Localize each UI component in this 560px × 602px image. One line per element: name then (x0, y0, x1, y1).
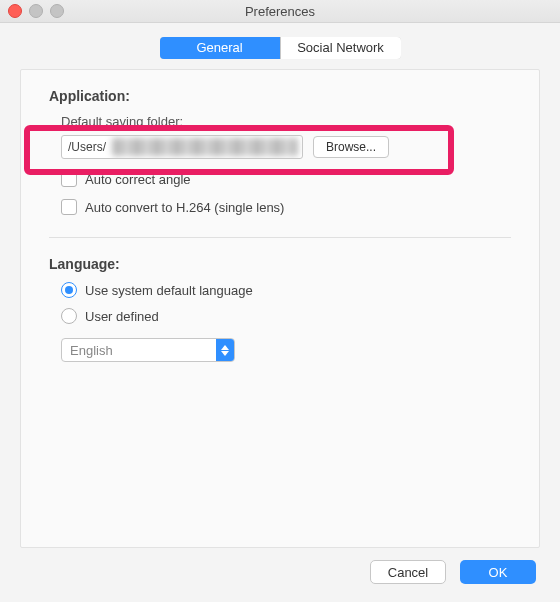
user-defined-radio[interactable] (61, 308, 77, 324)
dialog-footer: Cancel OK (0, 560, 560, 602)
tab-general[interactable]: General (160, 37, 280, 59)
dropdown-stepper-icon (216, 339, 234, 361)
window-title: Preferences (245, 4, 315, 19)
system-default-radio[interactable] (61, 282, 77, 298)
zoom-icon[interactable] (50, 4, 64, 18)
auto-correct-checkbox[interactable] (61, 171, 77, 187)
cancel-button[interactable]: Cancel (370, 560, 446, 584)
system-default-label: Use system default language (85, 283, 253, 298)
language-dropdown-value: English (62, 343, 216, 358)
window-controls (8, 4, 64, 18)
preferences-window: Preferences General Social Network Appli… (0, 0, 560, 602)
minimize-icon[interactable] (29, 4, 43, 18)
auto-convert-checkbox[interactable] (61, 199, 77, 215)
saving-folder-row: /Users/ Browse... (61, 135, 511, 159)
saving-folder-path: /Users/ (68, 140, 106, 154)
browse-button[interactable]: Browse... (313, 136, 389, 158)
language-heading: Language: (49, 256, 511, 272)
user-defined-label: User defined (85, 309, 159, 324)
application-heading: Application: (49, 88, 511, 104)
auto-correct-row: Auto correct angle (61, 171, 511, 187)
system-default-row: Use system default language (61, 282, 511, 298)
section-divider (49, 237, 511, 238)
user-defined-row: User defined (61, 308, 511, 324)
redacted-path (112, 138, 298, 156)
default-saving-folder-label: Default saving folder: (61, 114, 511, 129)
tabs-segmented: General Social Network (160, 37, 401, 59)
saving-folder-field[interactable]: /Users/ (61, 135, 303, 159)
ok-button[interactable]: OK (460, 560, 536, 584)
preferences-panel: Application: Default saving folder: /Use… (20, 69, 540, 548)
auto-correct-label: Auto correct angle (85, 172, 191, 187)
close-icon[interactable] (8, 4, 22, 18)
auto-convert-label: Auto convert to H.264 (single lens) (85, 200, 284, 215)
titlebar: Preferences (0, 0, 560, 23)
tab-social-network[interactable]: Social Network (280, 37, 401, 59)
auto-convert-row: Auto convert to H.264 (single lens) (61, 199, 511, 215)
tabs-row: General Social Network (0, 23, 560, 69)
language-dropdown[interactable]: English (61, 338, 235, 362)
